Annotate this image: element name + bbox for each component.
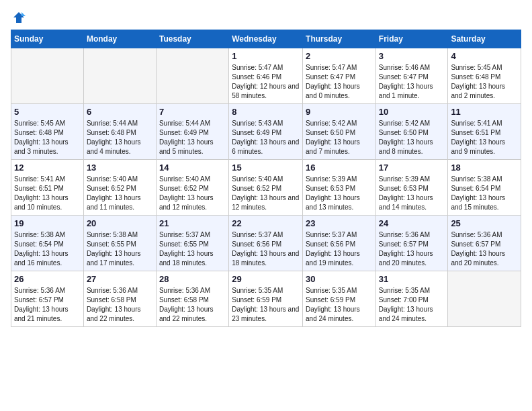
day-number: 18 [451,163,518,173]
day-cell: 2Sunrise: 5:47 AMSunset: 6:47 PMDaylight… [303,48,376,104]
day-info: Sunrise: 5:40 AMSunset: 6:52 PMDaylight:… [159,175,226,212]
day-cell: 19Sunrise: 5:38 AMSunset: 6:54 PMDayligh… [11,216,84,271]
logo [11,11,26,24]
header-cell-saturday: Saturday [448,30,521,48]
day-info: Sunrise: 5:40 AMSunset: 6:52 PMDaylight:… [87,175,153,212]
day-cell: 9Sunrise: 5:42 AMSunset: 6:50 PMDaylight… [303,104,376,160]
day-info: Sunrise: 5:39 AMSunset: 6:53 PMDaylight:… [306,175,373,212]
day-number: 5 [14,107,81,117]
day-cell: 26Sunrise: 5:36 AMSunset: 6:57 PMDayligh… [11,271,84,327]
day-cell: 8Sunrise: 5:43 AMSunset: 6:49 PMDaylight… [229,104,303,160]
week-row-3: 12Sunrise: 5:41 AMSunset: 6:51 PMDayligh… [11,160,521,216]
day-info: Sunrise: 5:36 AMSunset: 6:57 PMDaylight:… [451,230,518,268]
day-info: Sunrise: 5:36 AMSunset: 6:58 PMDaylight:… [87,286,153,324]
day-info: Sunrise: 5:40 AMSunset: 6:52 PMDaylight:… [232,175,300,212]
day-info: Sunrise: 5:37 AMSunset: 6:55 PMDaylight:… [159,230,226,268]
day-cell: 4Sunrise: 5:45 AMSunset: 6:48 PMDaylight… [448,48,521,104]
week-row-2: 5Sunrise: 5:45 AMSunset: 6:48 PMDaylight… [11,104,521,160]
day-cell: 1Sunrise: 5:47 AMSunset: 6:46 PMDaylight… [229,48,303,104]
day-number: 31 [379,274,445,284]
header-cell-wednesday: Wednesday [229,30,303,48]
day-cell: 23Sunrise: 5:37 AMSunset: 6:56 PMDayligh… [303,216,376,271]
header-cell-monday: Monday [83,30,156,48]
day-number: 15 [232,163,300,173]
day-cell: 22Sunrise: 5:37 AMSunset: 6:56 PMDayligh… [229,216,303,271]
day-number: 22 [232,218,300,228]
calendar-table: SundayMondayTuesdayWednesdayThursdayFrid… [11,30,521,327]
day-cell: 10Sunrise: 5:42 AMSunset: 6:50 PMDayligh… [375,104,448,160]
day-number: 7 [159,107,226,117]
day-cell: 28Sunrise: 5:36 AMSunset: 6:58 PMDayligh… [156,271,228,327]
day-info: Sunrise: 5:35 AMSunset: 6:59 PMDaylight:… [232,286,300,324]
week-row-5: 26Sunrise: 5:36 AMSunset: 6:57 PMDayligh… [11,271,521,327]
day-cell: 14Sunrise: 5:40 AMSunset: 6:52 PMDayligh… [156,160,228,216]
day-cell: 15Sunrise: 5:40 AMSunset: 6:52 PMDayligh… [229,160,303,216]
day-info: Sunrise: 5:35 AMSunset: 6:59 PMDaylight:… [306,286,373,324]
day-number: 12 [14,163,81,173]
day-info: Sunrise: 5:44 AMSunset: 6:49 PMDaylight:… [159,119,226,156]
day-info: Sunrise: 5:37 AMSunset: 6:56 PMDaylight:… [306,230,373,268]
day-info: Sunrise: 5:42 AMSunset: 6:50 PMDaylight:… [306,119,373,156]
day-number: 23 [306,218,373,228]
day-number: 21 [159,218,226,228]
day-number: 30 [306,274,373,284]
day-info: Sunrise: 5:38 AMSunset: 6:54 PMDaylight:… [14,230,81,268]
day-cell: 16Sunrise: 5:39 AMSunset: 6:53 PMDayligh… [303,160,376,216]
day-cell: 25Sunrise: 5:36 AMSunset: 6:57 PMDayligh… [448,216,521,271]
day-number: 10 [379,107,445,117]
day-info: Sunrise: 5:45 AMSunset: 6:48 PMDaylight:… [451,63,518,101]
header-row: SundayMondayTuesdayWednesdayThursdayFrid… [11,30,521,48]
day-number: 2 [306,51,373,61]
day-cell: 11Sunrise: 5:41 AMSunset: 6:51 PMDayligh… [448,104,521,160]
day-number: 6 [87,107,153,117]
day-info: Sunrise: 5:36 AMSunset: 6:58 PMDaylight:… [159,286,226,324]
day-info: Sunrise: 5:47 AMSunset: 6:47 PMDaylight:… [306,63,373,101]
day-cell: 29Sunrise: 5:35 AMSunset: 6:59 PMDayligh… [229,271,303,327]
day-info: Sunrise: 5:41 AMSunset: 6:51 PMDaylight:… [451,119,518,156]
day-number: 1 [232,51,300,61]
day-cell: 17Sunrise: 5:39 AMSunset: 6:53 PMDayligh… [375,160,448,216]
logo-icon [12,11,26,24]
day-info: Sunrise: 5:45 AMSunset: 6:48 PMDaylight:… [14,119,81,156]
day-cell: 24Sunrise: 5:36 AMSunset: 6:57 PMDayligh… [375,216,448,271]
day-cell [83,48,156,104]
day-number: 9 [306,107,373,117]
day-info: Sunrise: 5:35 AMSunset: 7:00 PMDaylight:… [379,286,445,324]
day-number: 25 [451,218,518,228]
day-cell: 20Sunrise: 5:38 AMSunset: 6:55 PMDayligh… [83,216,156,271]
week-row-1: 1Sunrise: 5:47 AMSunset: 6:46 PMDaylight… [11,48,521,104]
day-info: Sunrise: 5:42 AMSunset: 6:50 PMDaylight:… [379,119,445,156]
day-info: Sunrise: 5:39 AMSunset: 6:53 PMDaylight:… [379,175,445,212]
day-number: 19 [14,218,81,228]
day-cell: 6Sunrise: 5:44 AMSunset: 6:48 PMDaylight… [83,104,156,160]
day-number: 28 [159,274,226,284]
day-number: 13 [87,163,153,173]
day-number: 17 [379,163,445,173]
day-info: Sunrise: 5:47 AMSunset: 6:46 PMDaylight:… [232,63,300,101]
header-cell-thursday: Thursday [303,30,376,48]
day-cell: 21Sunrise: 5:37 AMSunset: 6:55 PMDayligh… [156,216,228,271]
day-cell: 7Sunrise: 5:44 AMSunset: 6:49 PMDaylight… [156,104,228,160]
svg-marker-1 [21,12,26,16]
day-info: Sunrise: 5:38 AMSunset: 6:54 PMDaylight:… [451,175,518,212]
day-number: 24 [379,218,445,228]
day-cell [11,48,84,104]
day-info: Sunrise: 5:36 AMSunset: 6:57 PMDaylight:… [14,286,81,324]
day-number: 8 [232,107,300,117]
day-info: Sunrise: 5:41 AMSunset: 6:51 PMDaylight:… [14,175,81,212]
day-cell: 13Sunrise: 5:40 AMSunset: 6:52 PMDayligh… [83,160,156,216]
header-cell-friday: Friday [375,30,448,48]
day-info: Sunrise: 5:37 AMSunset: 6:56 PMDaylight:… [232,230,300,268]
day-number: 3 [379,51,445,61]
header-cell-tuesday: Tuesday [156,30,228,48]
day-cell: 5Sunrise: 5:45 AMSunset: 6:48 PMDaylight… [11,104,84,160]
day-info: Sunrise: 5:44 AMSunset: 6:48 PMDaylight:… [87,119,153,156]
week-row-4: 19Sunrise: 5:38 AMSunset: 6:54 PMDayligh… [11,216,521,271]
day-cell: 31Sunrise: 5:35 AMSunset: 7:00 PMDayligh… [375,271,448,327]
day-number: 29 [232,274,300,284]
page-header [11,11,521,24]
day-cell [156,48,228,104]
day-cell: 3Sunrise: 5:46 AMSunset: 6:47 PMDaylight… [375,48,448,104]
day-number: 20 [87,218,153,228]
day-number: 27 [87,274,153,284]
